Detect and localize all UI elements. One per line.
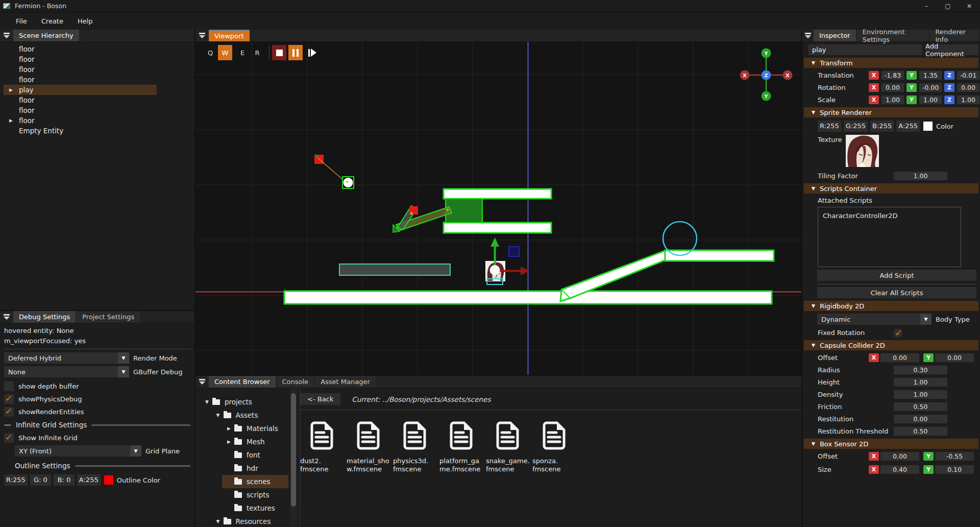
tree-item-mesh[interactable]: ▶Mesh — [195, 435, 290, 448]
expand-arrow-icon[interactable]: ▶ — [9, 115, 13, 126]
value-field[interactable]: 1.00 — [894, 378, 947, 387]
tab-asset-manager[interactable]: Asset Manager — [315, 376, 376, 388]
add-component-button[interactable]: Add Component — [925, 44, 978, 55]
box-size-x-field[interactable]: 0.40 — [880, 465, 919, 474]
scale-z-field[interactable]: 1.00 — [957, 95, 979, 104]
box-offset-y-field[interactable]: -0.55 — [935, 452, 974, 461]
color-channel-field[interactable]: R:255 — [818, 121, 841, 132]
trigger-box[interactable] — [339, 264, 450, 275]
blue-marker-box[interactable] — [509, 247, 519, 256]
back-button[interactable]: <- Back — [300, 393, 340, 405]
rigidbody-2d-header[interactable]: ▼ Rigidbody 2D — [804, 301, 978, 311]
tab-content-browser[interactable]: Content Browser — [209, 376, 276, 388]
color-channel-field[interactable]: R:255 — [4, 474, 28, 486]
color-channel-field[interactable]: B: 0 — [54, 474, 75, 486]
outline-color-swatch[interactable] — [104, 475, 113, 485]
color-channel-field[interactable]: A:255 — [77, 474, 101, 486]
hierarchy-item-floor[interactable]: floor — [4, 44, 157, 54]
player-sprite[interactable] — [485, 237, 529, 284]
value-field[interactable]: 0.30 — [894, 366, 947, 374]
box-sensor-2d-header[interactable]: ▼ Box Sensor 2D — [804, 439, 978, 449]
clear-all-scripts-button[interactable]: Clear All Scripts — [817, 287, 976, 298]
tree-item-assets[interactable]: ▼Assets — [195, 409, 290, 422]
translation-y-field[interactable]: 1.35 — [919, 71, 942, 80]
rotation-z-field[interactable]: 0.00 — [957, 83, 979, 92]
scale-x-field[interactable]: 1.00 — [881, 95, 904, 104]
menu-file[interactable]: File — [16, 17, 27, 25]
hierarchy-item-empty-entity[interactable]: Empty Entity — [4, 126, 157, 136]
value-field[interactable]: 0.50 — [894, 402, 947, 411]
panel-menu-icon[interactable] — [195, 376, 209, 388]
scale-y-field[interactable]: 1.00 — [919, 95, 942, 104]
tool-w-button[interactable]: W — [218, 45, 232, 60]
file-card[interactable]: snake_game. fmscene — [486, 421, 530, 473]
tree-item-scripts[interactable]: scripts — [195, 488, 290, 501]
hierarchy-item-floor[interactable]: floor — [4, 64, 157, 75]
fixed-rotation-checkbox[interactable] — [894, 329, 902, 337]
expand-arrow-icon[interactable]: ▶ — [227, 426, 234, 431]
gizmo-center-handle[interactable] — [490, 265, 500, 275]
sprite-color-swatch[interactable] — [923, 122, 933, 131]
tab-console[interactable]: Console — [277, 376, 314, 388]
scripts-container-header[interactable]: ▼ Scripts Container — [804, 183, 978, 194]
tree-item-projects[interactable]: ▼projects — [195, 395, 290, 409]
render-mode-dropdown[interactable]: Deferred Hybrid ▼ — [4, 352, 129, 364]
viewport-scene[interactable]: YY XX Z — [195, 42, 801, 375]
ground-platform[interactable] — [284, 291, 772, 304]
tree-scrollbar[interactable] — [290, 388, 297, 527]
tool-q-button[interactable]: Q — [203, 45, 217, 60]
value-field[interactable]: 0.50 — [894, 427, 947, 436]
file-card[interactable]: physics3d. fmscene — [393, 421, 437, 473]
scrollbar-thumb[interactable] — [291, 393, 296, 507]
tree-item-resources[interactable]: ▼Resources — [195, 515, 290, 527]
tree-item-materials[interactable]: ▶Materials — [195, 422, 290, 435]
panel-menu-icon[interactable] — [195, 30, 209, 41]
rotation-x-field[interactable]: 0.00 — [881, 83, 904, 92]
checkbox[interactable] — [4, 381, 14, 391]
add-script-button[interactable]: Add Script — [817, 270, 976, 281]
close-button[interactable]: ✕ — [959, 0, 980, 12]
hierarchy-item-play[interactable]: ▶play — [4, 85, 157, 95]
entity-name-field[interactable] — [808, 44, 922, 55]
rotation-y-field[interactable]: -0.00 — [919, 83, 942, 92]
menu-create[interactable]: Create — [41, 17, 63, 25]
hierarchy-item-floor[interactable]: floor — [4, 75, 157, 85]
expand-arrow-icon[interactable]: ▼ — [205, 399, 212, 404]
panel-menu-icon[interactable] — [0, 311, 13, 323]
color-channel-field[interactable]: B:255 — [870, 121, 894, 132]
expand-arrow-icon[interactable]: ▶ — [9, 85, 13, 95]
file-card[interactable]: material_sho w.fmscene — [347, 421, 390, 473]
box-offset-x-field[interactable]: 0.00 — [880, 452, 919, 461]
maximize-button[interactable]: ▢ — [937, 0, 959, 12]
translation-z-field[interactable]: -0.01 — [957, 71, 979, 80]
tab-renderer-info[interactable]: Renderer Info — [929, 30, 979, 41]
hierarchy-item-floor[interactable]: floor — [4, 54, 157, 64]
step-frame-button[interactable] — [305, 45, 320, 60]
expand-arrow-icon[interactable]: ▼ — [216, 413, 224, 418]
pause-button[interactable] — [288, 45, 303, 60]
show-infinite-grid-row[interactable]: Show Infinite Grid — [4, 432, 190, 444]
file-card[interactable]: dust2. fmscene — [300, 421, 344, 473]
checkbox-row-showrenderentities[interactable]: showRenderEntities — [4, 405, 190, 418]
tool-r-button[interactable]: R — [250, 45, 264, 60]
translation-x-field[interactable]: -1.83 — [881, 71, 904, 80]
texture-thumbnail[interactable] — [846, 135, 879, 167]
transform-header[interactable]: ▼ Transform — [804, 58, 978, 68]
panel-menu-icon[interactable] — [0, 30, 13, 41]
color-channel-field[interactable]: G: 0 — [30, 474, 51, 486]
script-list-item[interactable]: CharacterController2D — [818, 207, 961, 220]
file-card[interactable]: sponza. fmscene — [532, 421, 576, 473]
tree-item-hdr[interactable]: hdr — [195, 462, 290, 475]
hierarchy-item-floor[interactable]: ▶floor — [4, 115, 157, 126]
checkbox[interactable] — [4, 407, 14, 417]
tab-scene-hierarchy[interactable]: Scene Hierarchy — [13, 30, 79, 41]
panel-menu-icon[interactable] — [802, 30, 814, 41]
capsule-offset-x-field[interactable]: 0.00 — [880, 353, 919, 362]
menu-help[interactable]: Help — [78, 17, 93, 25]
color-channel-field[interactable]: G:255 — [844, 121, 868, 132]
tool-e-button[interactable]: E — [235, 45, 250, 60]
tab-inspector[interactable]: Inspector — [814, 30, 856, 41]
stop-button[interactable] — [272, 45, 286, 60]
tab-project-settings[interactable]: Project Settings — [77, 311, 140, 323]
color-channel-field[interactable]: A:255 — [896, 121, 920, 132]
